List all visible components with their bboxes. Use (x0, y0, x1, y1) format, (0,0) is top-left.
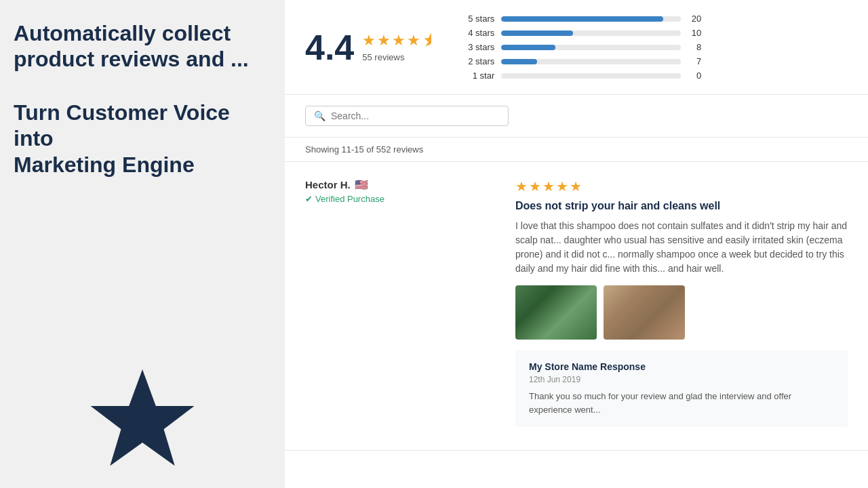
search-section: 🔍 (285, 95, 868, 138)
star-3: ★ (392, 32, 406, 49)
review-star-5: ★ (570, 178, 582, 195)
review-image-1[interactable] (515, 285, 597, 340)
showing-count: Showing 11-15 of 552 reviews (305, 144, 423, 155)
bar-row-2: 4 stars 10 (464, 28, 701, 38)
rating-stars-info: ★ ★ ★ ★ ⯨ 55 reviews (362, 32, 437, 62)
reviewer-row: Hector H. 🇺🇸 ✔ Verified Purchase ★ ★ ★ ★… (305, 178, 848, 427)
bar-row-3: 3 stars 8 (464, 42, 701, 52)
headline-collect-line1: Automatically collect (14, 21, 231, 45)
star-5-half: ⯨ (422, 32, 437, 49)
review-star-3: ★ (542, 178, 555, 195)
svg-marker-0 (91, 369, 195, 466)
reviewer-name: Hector H. 🇺🇸 (305, 178, 495, 191)
bar-track-3 (501, 45, 681, 50)
review-count: 55 reviews (362, 52, 404, 62)
rating-bars: 5 stars 20 4 stars 10 3 stars 8 2 stars … (464, 14, 701, 81)
review-body: I love that this shampoo does not contai… (515, 219, 848, 276)
review-star-4: ★ (556, 178, 568, 195)
reviewer-info: Hector H. 🇺🇸 ✔ Verified Purchase (305, 178, 495, 204)
bar-label-5: 1 star (464, 70, 494, 81)
rating-score: 4.4 (305, 27, 354, 68)
review-content: ★ ★ ★ ★ ★ Does not strip your hair and c… (515, 178, 848, 427)
bar-row-5: 1 star 0 (464, 70, 701, 81)
review-stars: ★ ★ ★ ★ ★ (515, 178, 848, 195)
review-image-2[interactable] (604, 285, 685, 340)
headline-voice-line1: Turn Customer Voice into (14, 100, 230, 150)
bar-fill-3 (501, 45, 555, 50)
headline-collect: Automatically collect product reviews an… (14, 20, 271, 73)
bar-count-3: 8 (688, 42, 701, 52)
showing-text: Showing 11-15 of 552 reviews (285, 138, 868, 162)
headline-voice: Turn Customer Voice into Marketing Engin… (14, 100, 271, 178)
review-title: Does not strip your hair and cleans well (515, 200, 848, 212)
store-response-title: My Store Name Response (529, 361, 834, 372)
bar-label-4: 2 stars (464, 56, 494, 66)
right-panel: 4.4 ★ ★ ★ ★ ⯨ 55 reviews 5 stars 20 4 st… (285, 0, 868, 488)
reviewer-flag: 🇺🇸 (355, 178, 368, 191)
star-icon (81, 363, 203, 485)
bar-track-4 (501, 59, 681, 64)
reviewer-name-text: Hector H. (305, 179, 351, 190)
star-decoration (81, 363, 203, 488)
star-1: ★ (362, 32, 376, 49)
bar-track-5 (501, 73, 681, 79)
bar-row-4: 2 stars 7 (464, 56, 701, 66)
bar-row-1: 5 stars 20 (464, 14, 701, 24)
left-panel: Automatically collect product reviews an… (0, 0, 285, 488)
bar-fill-4 (501, 59, 537, 64)
review-card: Hector H. 🇺🇸 ✔ Verified Purchase ★ ★ ★ ★… (285, 162, 868, 451)
review-star-2: ★ (529, 178, 541, 195)
search-icon: 🔍 (314, 110, 326, 121)
bar-label-3: 3 stars (464, 42, 494, 52)
headline-collect-line2: product reviews and ... (14, 47, 249, 71)
bar-count-2: 10 (688, 28, 701, 38)
store-response-text: Thank you so much for your review and gl… (529, 390, 834, 416)
verified-badge: ✔ Verified Purchase (305, 194, 495, 204)
bar-count-1: 20 (688, 14, 701, 24)
star-2: ★ (377, 32, 391, 49)
verified-label: Verified Purchase (315, 194, 384, 204)
bar-fill-2 (501, 30, 573, 36)
store-response-date: 12th Jun 2019 (529, 375, 834, 384)
store-response: My Store Name Response 12th Jun 2019 Tha… (515, 350, 848, 427)
bar-track-2 (501, 30, 681, 36)
bar-fill-1 (501, 16, 663, 22)
rating-summary: 4.4 ★ ★ ★ ★ ⯨ 55 reviews 5 stars 20 4 st… (285, 0, 868, 95)
check-icon: ✔ (305, 194, 313, 204)
search-wrapper[interactable]: 🔍 (305, 106, 509, 126)
headline-voice-line2: Marketing Engine (14, 152, 195, 177)
star-4: ★ (407, 32, 420, 49)
bar-label-1: 5 stars (464, 14, 494, 24)
review-star-1: ★ (515, 178, 528, 195)
search-input[interactable] (331, 110, 500, 121)
rating-big: 4.4 ★ ★ ★ ★ ⯨ 55 reviews (305, 27, 437, 68)
bar-label-2: 4 stars (464, 28, 494, 38)
stars-display: ★ ★ ★ ★ ⯨ (362, 32, 437, 49)
bar-count-4: 7 (688, 56, 701, 66)
bar-track-1 (501, 16, 681, 22)
review-images (515, 285, 848, 340)
bar-count-5: 0 (688, 70, 701, 81)
